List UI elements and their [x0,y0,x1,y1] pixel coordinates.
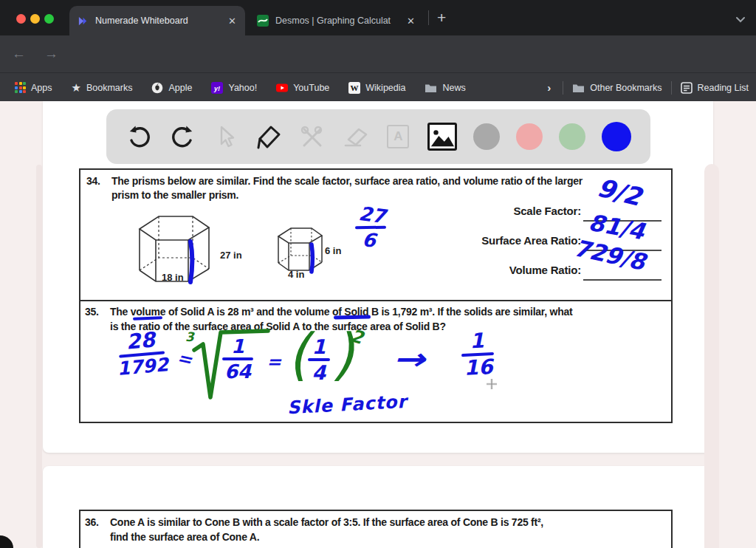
close-tab-icon[interactable]: ✕ [227,16,238,27]
browser-window: Numerade Whiteboard ✕ Desmos | Graphing … [0,0,756,548]
desmos-favicon [257,15,269,27]
tab-title: Desmos | Graphing Calculat [275,16,399,26]
q34-number: 34. [86,174,100,188]
bookmark-apple[interactable]: Apple [151,82,192,94]
folder-icon [425,83,437,93]
pen-tool[interactable] [255,122,282,151]
gray-color-circle [473,123,500,150]
undo-button[interactable] [126,122,153,151]
folder-icon [572,83,585,93]
bookmarks-overflow-chevron[interactable]: › [547,81,551,94]
ink-scale-factor: 9/2 [595,174,644,209]
bookmark-apps[interactable]: Apps [15,82,52,93]
bookmark-label: Yahoo! [228,83,257,93]
crosshair-cursor-icon [486,378,498,390]
ink-cube-root-group: 3 1 64 [184,326,272,408]
bookmark-yahoo[interactable]: y! Yahoo! [211,82,257,94]
ink-fraction-28-1792: 28 1792 [114,329,169,377]
worksheet-box-36: 36. Cone A is similar to Cone B with a s… [79,510,673,548]
problem-divider [80,300,671,301]
small-prism-figure [271,222,327,276]
large-prism-base-label: 18 in [162,272,184,283]
color-swatch-green[interactable] [559,122,586,151]
scale-factor-label: Scale Factor: [360,205,581,217]
svg-text:y!: y! [213,84,220,92]
bookmark-label: Reading List [698,83,749,93]
new-tab-button[interactable]: + [437,9,446,27]
color-swatch-gray[interactable] [472,122,500,151]
divider [671,81,672,95]
q34-line1: The prisms below are similar. Find the s… [111,174,583,188]
bookmark-news-folder[interactable]: News [425,83,465,93]
whiteboard-canvas[interactable]: A 34. The prisms below are similar. Find… [0,101,756,548]
youtube-icon [276,82,288,94]
eraser-tool[interactable] [341,122,369,151]
q35-number: 35. [85,305,99,319]
ink-num: 1 [470,331,485,352]
large-prism-height-label: 27 in [220,250,242,261]
redo-button[interactable] [168,122,196,151]
tab-title: Numerade Whiteboard [95,16,221,26]
bookmark-label: Apple [168,83,192,93]
close-window-button[interactable] [16,14,26,24]
reading-list[interactable]: Reading List [681,82,749,94]
numerade-favicon [77,15,89,27]
color-swatch-pink[interactable] [515,122,543,151]
yahoo-icon: y! [211,82,223,94]
blue-color-circle [602,122,631,151]
wikipedia-icon: W [348,82,360,94]
select-cursor-tool[interactable] [212,122,239,151]
ink-den: 1792 [117,355,170,377]
small-prism-base-label: 4 in [288,269,304,280]
scrollbar-track[interactable] [704,164,719,548]
image-tool[interactable] [427,122,457,151]
close-tab-icon[interactable]: ✕ [405,16,416,27]
tab-desmos[interactable]: Desmos | Graphing Calculat ✕ [250,6,424,35]
color-swatch-blue-selected[interactable] [602,122,631,151]
other-bookmarks[interactable]: Other Bookmarks [572,83,662,93]
q34-line2: prism to the smaller prism. [111,188,238,202]
pink-color-circle [516,123,543,150]
text-tool[interactable]: A [385,122,412,151]
reading-list-icon [681,82,693,94]
zoom-window-button[interactable] [44,14,54,24]
ink-caption-scale-factor: Skle Factor [286,393,407,417]
ink-num: 28 [126,329,156,352]
bookmark-label: Wikipedia [365,83,405,93]
ink-fraction-bar [222,357,253,360]
svg-text:W: W [351,83,359,92]
ink-den: 64 [224,362,251,381]
ink-fraction-1-4: 1 4 [308,337,330,383]
minimize-window-button[interactable] [30,14,40,24]
ink-fraction-1-64: 1 64 [222,337,253,381]
corner-cursor-shape [0,535,13,548]
ink-underline-volume-2 [334,315,371,320]
ink-fraction-bar [355,226,386,229]
surface-area-ratio-label: Surface Area Ratio: [360,234,581,247]
ink-den: 16 [464,356,493,378]
bookmarks-bar: Apps ★ Bookmarks Apple y! Yahoo! YouTube… [0,72,756,102]
tab-numerade[interactable]: Numerade Whiteboard ✕ [69,6,245,35]
shapes-tools-tool[interactable] [298,122,325,151]
tab-divider [428,10,429,25]
worksheet-box-34-35: 34. The prisms below are similar. Find t… [79,168,673,423]
ink-stroke-large-height [190,242,192,282]
tab-search-chevron-icon[interactable] [735,16,746,23]
image-tool-glyph [427,123,457,151]
q36-line2: find the surface area of Cone A. [110,530,259,544]
bookmark-bookmarks[interactable]: ★ Bookmarks [72,82,133,93]
forward-button[interactable]: → [44,45,58,63]
q36-line1: Cone A is similar to Cone B with a scale… [110,516,543,530]
ink-num: 1 [312,337,326,357]
nav-toolbar: ← → numerade.com/answers/whiteboard/ ☆ [0,35,756,72]
bookmark-label: Bookmarks [86,83,133,93]
bookmark-wikipedia[interactable]: W Wikipedia [348,82,405,94]
ink-num: 1 [231,337,244,356]
ink-fraction-bar [308,358,330,361]
whiteboard-toolbar: A [106,109,650,164]
ink-fraction-1-16: 1 16 [460,330,495,379]
bookmark-youtube[interactable]: YouTube [276,82,329,94]
back-button[interactable]: ← [12,45,26,63]
text-tool-glyph: A [387,125,409,148]
page-edge-strip-left [36,165,42,548]
